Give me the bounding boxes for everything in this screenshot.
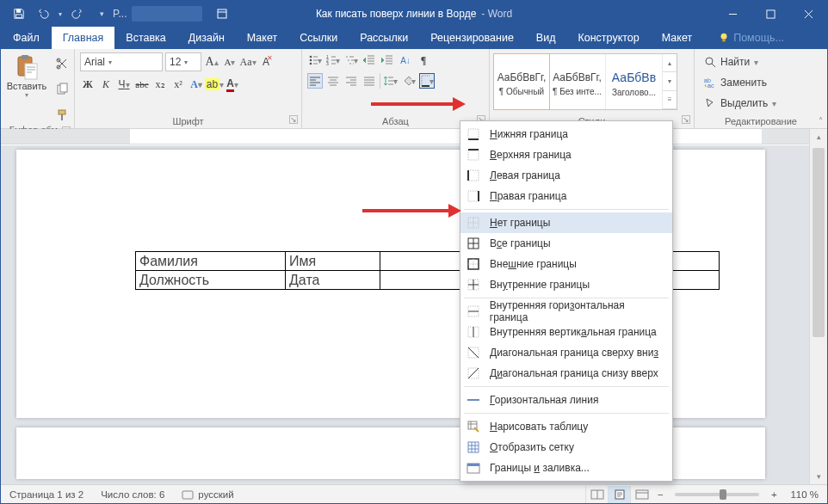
table-cell[interactable]: Дата [286,271,380,290]
save-button[interactable] [8,3,30,24]
style-heading1[interactable]: АаБбВв Заголово... [606,54,663,109]
replace-button[interactable]: abac Заменить [700,73,771,92]
tab-mailings[interactable]: Рассылки [349,27,419,49]
tab-references[interactable]: Ссылки [288,27,349,49]
menu-border-bottom[interactable]: Нижняя граница [460,124,672,144]
menu-diagonal-down[interactable]: Диагональная граница сверху вниз [460,342,672,363]
menu-no-border[interactable]: Нет границы [460,212,672,233]
style-normal[interactable]: АаБбВвГг, ¶ Обычный [493,53,550,110]
sort-button[interactable]: A↓ [398,52,413,68]
menu-view-gridlines[interactable]: Отобразить сетку [460,437,672,458]
zoom-slider-knob[interactable] [720,489,726,500]
table-cell[interactable]: Имя [286,252,380,271]
tab-file[interactable]: Файл [1,27,52,49]
table-cell[interactable]: Должность [136,271,286,290]
menu-border-left[interactable]: Левая граница [460,165,672,186]
borders-button[interactable]: ▾ [419,73,435,89]
menu-borders-shading-dialog[interactable]: Границы и заливка... [460,458,672,478]
format-painter-button[interactable] [53,106,71,125]
collapse-ribbon-button[interactable]: ˄ [818,115,824,126]
styles-dialog-launcher[interactable]: ↘ [682,115,690,124]
document-area[interactable]: Фамилия Имя Должность Дата [1,145,809,484]
clear-formatting-button[interactable]: A✕ [258,54,274,70]
zoom-slider[interactable] [675,493,759,496]
cut-button[interactable] [53,54,71,73]
increase-indent-button[interactable] [380,52,395,68]
styles-scroll-up[interactable]: ▴ [663,54,677,72]
find-button[interactable]: Найти▾ [700,52,763,71]
font-color-button[interactable]: A▾ [225,77,240,92]
menu-inside-borders[interactable]: Внутренние границы [460,274,672,295]
scroll-thumb[interactable] [813,148,825,337]
menu-inside-horizontal[interactable]: Внутренняя горизонтальная граница [460,301,672,322]
ribbon-display-options[interactable] [207,2,237,26]
tell-me-search[interactable]: Помощь... [707,27,795,49]
scroll-down-arrow[interactable]: ▾ [810,469,827,484]
align-left-button[interactable] [307,73,323,89]
menu-border-right[interactable]: Правая граница [460,186,672,206]
numbering-button[interactable]: 123▾ [325,52,341,68]
user-name[interactable]: P... [113,8,127,20]
close-button[interactable] [789,1,827,27]
styles-expand[interactable]: ≡ [663,91,677,109]
tab-home[interactable]: Главная [52,27,115,49]
tab-table-design[interactable]: Конструктор [566,27,650,49]
copy-button[interactable] [53,80,71,99]
table-cell[interactable]: Фамилия [136,252,286,271]
align-center-button[interactable] [325,73,341,89]
status-language[interactable]: русский [173,485,242,503]
change-case-button[interactable]: Aa▾ [240,54,256,70]
menu-draw-table[interactable]: Нарисовать таблицу [460,416,672,437]
status-word-count[interactable]: Число слов: 6 [92,485,173,503]
paste-button[interactable]: Вставить ▾ [6,52,47,100]
text-effects-button[interactable]: A▾ [188,77,204,92]
status-page[interactable]: Страница 1 из 2 [1,485,92,503]
vertical-scrollbar[interactable]: ▴ ▾ [809,129,827,484]
scroll-up-arrow[interactable]: ▴ [810,129,827,144]
minimize-button[interactable] [714,1,751,27]
view-web-layout[interactable] [630,486,652,503]
decrease-indent-button[interactable] [361,52,377,68]
align-right-button[interactable] [343,73,359,89]
tab-review[interactable]: Рецензирование [419,27,525,49]
bullets-button[interactable]: ▾ [307,52,323,68]
horizontal-ruler[interactable] [1,129,827,144]
multilevel-list-button[interactable]: ▾ [343,52,359,68]
tab-layout[interactable]: Макет [236,27,288,49]
view-read-mode[interactable] [585,486,608,503]
maximize-button[interactable] [751,1,789,27]
menu-border-top[interactable]: Верхняя граница [460,144,672,165]
highlight-button[interactable]: ab▾ [207,77,222,92]
style-no-spacing[interactable]: АаБбВвГг, ¶ Без инте... [549,54,606,109]
show-marks-button[interactable]: ¶ [416,52,431,68]
line-spacing-button[interactable]: ▾ [383,73,399,89]
zoom-level[interactable]: 110 % [782,489,827,500]
tab-table-layout[interactable]: Макет [651,27,703,49]
tab-insert[interactable]: Вставка [114,27,176,49]
justify-button[interactable] [361,73,377,89]
styles-gallery[interactable]: АаБбВвГг, ¶ Обычный АаБбВвГг, ¶ Без инте… [493,53,677,110]
font-dialog-launcher[interactable]: ↘ [289,115,298,124]
superscript-button[interactable]: x² [170,77,186,92]
font-size-combo[interactable]: 12▾ [165,52,201,71]
italic-button[interactable]: К [98,77,114,92]
tab-view[interactable]: Вид [525,27,567,49]
menu-all-borders[interactable]: Все границы [460,233,672,254]
subscript-button[interactable]: x₂ [152,77,168,92]
grow-font-button[interactable]: A▴ [204,54,219,70]
shading-button[interactable]: ▾ [401,73,417,89]
menu-diagonal-up[interactable]: Диагональная граница снизу вверх [460,363,672,384]
view-print-layout[interactable] [608,486,630,503]
zoom-in-button[interactable]: + [766,486,782,503]
undo-dropdown[interactable]: ▾ [56,3,65,24]
undo-button[interactable] [32,3,54,24]
tab-design[interactable]: Дизайн [177,27,236,49]
styles-scroll-down[interactable]: ▾ [663,72,677,90]
font-family-combo[interactable]: Arial▾ [80,52,163,71]
underline-button[interactable]: Ч▾ [116,77,132,92]
menu-outside-borders[interactable]: Внешние границы [460,254,672,274]
qat-customize[interactable]: ▾ [90,3,113,24]
menu-inside-vertical[interactable]: Внутренняя вертикальная граница [460,322,672,342]
zoom-out-button[interactable]: − [652,486,668,503]
strikethrough-button[interactable]: abc [134,77,150,92]
